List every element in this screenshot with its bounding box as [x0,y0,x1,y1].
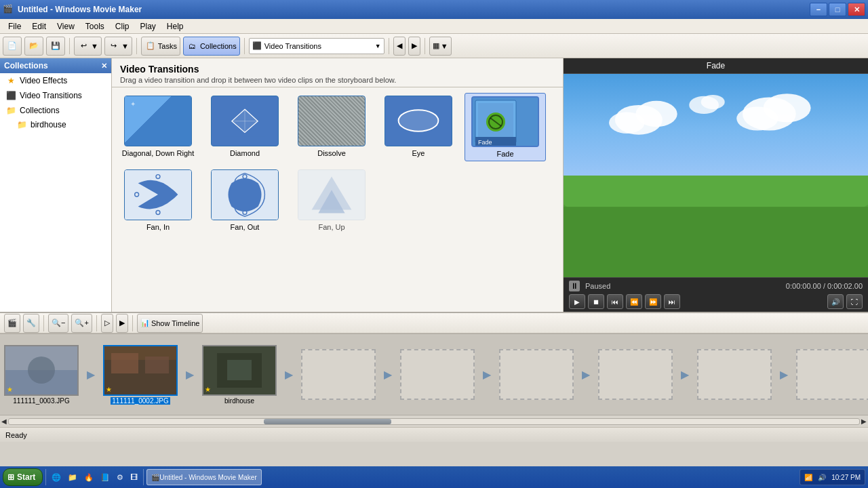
stop-button[interactable]: ⏹ [588,294,604,309]
app-icon: 🎬 [3,4,14,15]
volume-button[interactable]: 🔊 [827,294,844,309]
storyboard-icon-1: 🎬 [7,319,17,327]
scroll-right-button[interactable]: ▶ [861,418,867,425]
taskbar-ie-button[interactable]: 🌐 [49,468,64,487]
transition-arrow-5[interactable]: ▶ [475,349,499,400]
new-button[interactable]: 📄 [3,37,22,56]
menu-play[interactable]: Play [135,20,161,33]
collections-button[interactable]: 🗂 Collections [183,37,240,56]
transition-fan-in[interactable]: Fan, In [117,167,199,234]
timeline-icon: 📊 [140,319,150,327]
main-layout: Collections ✕ ★ Video Effects ⬛ Video Tr… [0,58,868,312]
transition-label-fan-in: Fan, In [146,223,170,231]
rewind-button[interactable]: ⏮ [607,294,623,309]
menu-tools[interactable]: Tools [80,20,110,33]
close-button[interactable]: ✕ [848,3,865,16]
redo-button[interactable]: ↪ ▼ [104,37,132,56]
view-options-button[interactable]: ▦ ▼ [429,37,452,56]
open-button[interactable]: 📂 [24,37,43,56]
storyboard-tool-1[interactable]: 🎬 [4,314,20,333]
scroll-left-button[interactable]: ◀ [1,418,7,425]
sidebar-close-button[interactable]: ✕ [101,62,107,70]
transition-arrow-6[interactable]: ▶ [574,349,598,400]
taskbar-settings-button[interactable]: ⚙ [114,468,126,487]
statusbar: Ready [0,427,868,442]
taskbar-window-title: Untitled - Windows Movie Maker [159,474,256,481]
transition-arrow-2[interactable]: ▶ [178,349,202,400]
content-header: Video Transitions Drag a video transitio… [112,58,563,87]
transition-dropdown[interactable]: ⬛ Video Transitions ▼ [249,38,384,54]
zoom-out-button[interactable]: 🔍− [48,314,68,333]
play-button[interactable]: ▶ [569,294,585,309]
menu-view[interactable]: View [52,20,80,33]
transition-fade[interactable]: Fade Fade [465,93,546,161]
sidebar-item-collections[interactable]: 📁 Collections [0,103,111,118]
step-forward-button[interactable]: ⏩ [645,294,661,309]
transition-thumb-fanin [124,169,192,220]
transition-arrow-8[interactable]: ▶ [772,349,796,400]
systray-volume-icon[interactable]: 🔊 [818,474,826,481]
tasks-label: Tasks [158,42,177,50]
save-button[interactable]: 💾 [46,37,65,56]
transition-arrow-3[interactable]: ▶ [277,349,301,400]
show-timeline-button[interactable]: 📊 Show Timeline [137,314,203,333]
menu-clip[interactable]: Clip [110,20,135,33]
zoom-in-button[interactable]: 🔍+ [71,314,92,333]
svg-text:Fade: Fade [478,139,492,146]
undo-icon: ↩ [77,40,90,52]
storyboard-scroll: ◀ ▶ [0,415,868,427]
minimize-button[interactable]: − [810,3,827,16]
story-clip-3: ★ birdhouse [202,345,277,405]
scroll-thumb[interactable] [264,419,391,424]
storyboard-tool-2[interactable]: 🔧 [23,314,39,333]
menu-edit[interactable]: Edit [26,20,52,33]
menu-file[interactable]: File [3,20,26,33]
back-button[interactable]: ◀ [393,37,406,56]
clip2-label: 111111_0002.JPG [111,397,170,405]
transition-fan-out[interactable]: Fan, Out [204,167,285,234]
start-button[interactable]: ⊞ Start [3,468,43,486]
pause-status-icon: ⏸ [569,281,580,291]
transition-arrow-4[interactable]: ▶ [376,349,400,400]
maximize-button[interactable]: □ [829,3,846,16]
fullscreen-button[interactable]: ⛶ [846,294,863,309]
sidebar-item-video-transitions[interactable]: ⬛ Video Transitions [0,88,111,103]
play-storyboard-button[interactable]: ▷ [101,314,113,333]
clip1-star-badge: ★ [7,386,13,393]
taskbar-moviemaker-button[interactable]: 🎬 Untitled - Windows Movie Maker [146,469,261,485]
transitions-grid: ✦ Diagonal, Down Right Diamond [112,87,563,312]
sidebar-title: Collections [4,61,48,70]
sidebar-header: Collections ✕ [0,58,111,73]
transition-diamond[interactable]: Diamond [204,93,285,161]
window-controls: − □ ✕ [810,3,865,16]
undo-button[interactable]: ↩ ▼ [74,37,102,56]
taskbar-extra-button[interactable]: 🎞 [127,468,140,487]
back-icon: ◀ [397,41,402,50]
transition-dissolve[interactable]: Dissolve [291,93,372,161]
sidebar-item-birdhouse[interactable]: 📁 birdhouse [0,118,111,131]
scroll-track[interactable] [8,418,860,425]
transition-eye[interactable]: Eye [378,93,459,161]
collections-label: Collections [200,42,237,50]
transition-arrow-1[interactable]: ▶ [79,349,103,400]
forward-button[interactable]: ▶ [408,37,420,56]
play-fullscreen-button[interactable]: ▶ [116,314,128,333]
menu-help[interactable]: Help [161,20,189,33]
sidebar-item-video-effects[interactable]: ★ Video Effects [0,73,111,88]
story-thumb-3[interactable]: ★ [202,345,277,396]
story-thumb-2[interactable]: ★ [103,345,178,396]
story-thumb-1[interactable]: ★ [4,345,79,396]
svg-line-2 [125,96,191,146]
taskbar-word-button[interactable]: 📘 [98,468,113,487]
storyboard-sep-2 [96,315,97,331]
taskbar-firefox-button[interactable]: 🔥 [81,468,96,487]
transition-fan-up[interactable]: Fan, Up [291,167,372,234]
sidebar-item-video-effects-label: Video Effects [20,76,67,85]
step-back-button[interactable]: ⏪ [626,294,642,309]
taskbar-folder-button[interactable]: 📁 [65,468,80,487]
tasks-button[interactable]: 📋 Tasks [141,37,180,56]
transition-arrow-7[interactable]: ▶ [673,349,697,400]
fast-forward-button[interactable]: ⏭ [664,294,680,309]
separator-4 [389,38,389,54]
transition-diagonal-down-right[interactable]: ✦ Diagonal, Down Right [117,93,199,161]
